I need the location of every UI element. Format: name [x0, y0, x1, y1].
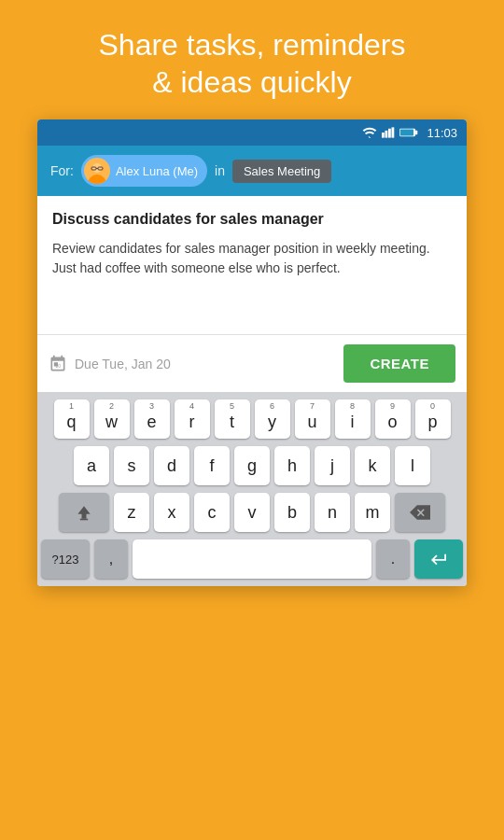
key-l[interactable]: l — [395, 446, 430, 485]
key-r[interactable]: 4r — [175, 399, 210, 439]
svg-rect-5 — [400, 129, 413, 135]
in-label: in — [215, 163, 225, 178]
keyboard-row-bottom: ?123 , . — [41, 539, 463, 579]
keyboard-row-1: 1q 2w 3e 4r 5t 6y 7u 8i 9o 0p — [41, 399, 463, 439]
svg-rect-1 — [385, 131, 388, 138]
shift-key[interactable] — [59, 493, 109, 532]
key-enter[interactable] — [414, 539, 463, 579]
key-c[interactable]: c — [194, 493, 230, 532]
wifi-icon — [362, 127, 377, 138]
bottom-bar: 20 Due Tue, Jan 20 CREATE — [37, 334, 467, 392]
header-line1: Share tasks, reminders — [98, 28, 405, 62]
key-v[interactable]: v — [234, 493, 270, 532]
key-n[interactable]: n — [315, 493, 350, 532]
phone-frame: 11:03 For: Alex Luna (Me) in — [37, 119, 467, 586]
key-t[interactable]: 5t — [215, 399, 250, 439]
keyboard: 1q 2w 3e 4r 5t 6y 7u 8i 9o 0p a s d f g … — [37, 392, 467, 586]
svg-rect-3 — [392, 127, 395, 137]
key-k[interactable]: k — [355, 446, 390, 485]
key-h[interactable]: h — [274, 446, 310, 485]
header-line2: & ideas quickly — [152, 65, 351, 99]
svg-text:20: 20 — [56, 363, 62, 369]
due-date-area: 20 Due Tue, Jan 20 — [49, 355, 171, 373]
context-chip[interactable]: Sales Meeting — [232, 160, 331, 183]
header-section: Share tasks, reminders & ideas quickly — [61, 0, 442, 119]
due-date-text: Due Tue, Jan 20 — [75, 357, 171, 371]
key-w[interactable]: 2w — [94, 399, 130, 439]
user-chip[interactable]: Alex Luna (Me) — [81, 155, 207, 187]
key-i[interactable]: 8i — [335, 399, 371, 439]
status-time: 11:03 — [427, 126, 457, 140]
key-e[interactable]: 3e — [134, 399, 170, 439]
svg-rect-6 — [416, 131, 418, 134]
status-icons: 11:03 — [362, 126, 457, 140]
svg-rect-14 — [80, 519, 88, 521]
content-area: Discuss candidates for sales manager Rev… — [37, 196, 467, 334]
signal-icon — [382, 127, 395, 138]
delete-key[interactable] — [395, 493, 445, 532]
create-button[interactable]: CREATE — [343, 344, 455, 383]
key-period[interactable]: . — [376, 539, 410, 579]
key-z[interactable]: z — [114, 493, 149, 532]
key-x[interactable]: x — [154, 493, 189, 532]
svg-rect-0 — [382, 133, 385, 138]
key-q[interactable]: 1q — [54, 399, 90, 439]
key-space[interactable] — [133, 539, 371, 579]
avatar — [84, 158, 110, 184]
key-d[interactable]: d — [154, 446, 189, 485]
key-b[interactable]: b — [274, 493, 310, 532]
user-name: Alex Luna (Me) — [116, 164, 198, 178]
key-o[interactable]: 9o — [375, 399, 411, 439]
key-f[interactable]: f — [194, 446, 230, 485]
key-numeric[interactable]: ?123 — [41, 539, 90, 579]
key-y[interactable]: 6y — [255, 399, 290, 439]
key-s[interactable]: s — [114, 446, 149, 485]
key-a[interactable]: a — [74, 446, 109, 485]
svg-rect-2 — [388, 129, 391, 138]
keyboard-row-3: z x c v b n m — [41, 493, 463, 532]
for-label: For: — [50, 163, 74, 178]
context-label: Sales Meeting — [244, 164, 320, 178]
task-description: Review candidates for sales manager posi… — [52, 239, 452, 334]
status-bar: 11:03 — [37, 119, 467, 146]
key-g[interactable]: g — [234, 446, 270, 485]
calendar-icon: 20 — [49, 355, 67, 373]
key-j[interactable]: j — [315, 446, 350, 485]
task-title: Discuss candidates for sales manager — [52, 211, 452, 228]
key-comma[interactable]: , — [94, 539, 128, 579]
key-m[interactable]: m — [355, 493, 390, 532]
key-u[interactable]: 7u — [295, 399, 330, 439]
app-bar: For: Alex Luna (Me) in Sales Meeting — [37, 146, 467, 196]
keyboard-row-2: a s d f g h j k l — [41, 446, 463, 485]
battery-icon — [399, 127, 418, 138]
key-p[interactable]: 0p — [415, 399, 451, 439]
